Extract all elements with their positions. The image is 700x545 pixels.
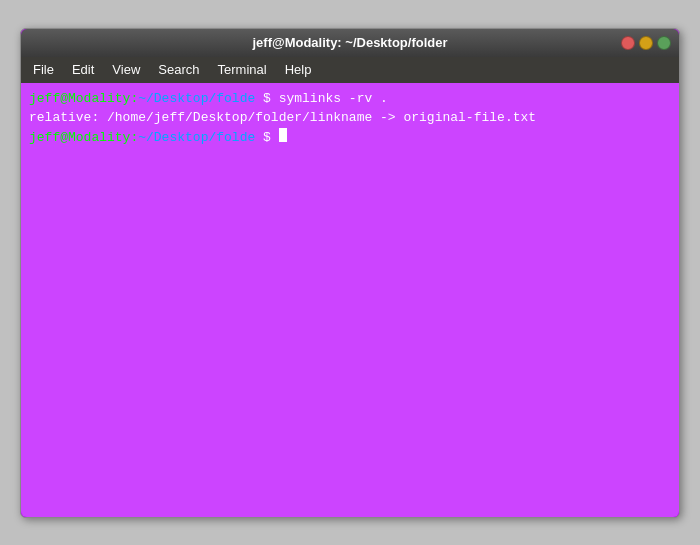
prompt-dollar-1: $ (255, 89, 271, 109)
prompt-dollar-3: $ (255, 128, 271, 148)
terminal-body[interactable]: jeff@Modality:~/Desktop/folde $ symlinks… (21, 83, 679, 517)
close-button[interactable] (621, 36, 635, 50)
output-1: relative: /home/jeff/Desktop/folder/link… (29, 108, 536, 128)
menu-terminal[interactable]: Terminal (210, 60, 275, 79)
menu-file[interactable]: File (25, 60, 62, 79)
menu-edit[interactable]: Edit (64, 60, 102, 79)
terminal-line-2: relative: /home/jeff/Desktop/folder/link… (29, 108, 671, 128)
menu-bar: File Edit View Search Terminal Help (21, 57, 679, 83)
prompt-path-3: ~/Desktop/folde (138, 128, 255, 148)
window-controls (621, 36, 671, 50)
maximize-button[interactable] (657, 36, 671, 50)
terminal-window: jeff@Modality: ~/Desktop/folder File Edi… (20, 28, 680, 518)
command-1: symlinks -rv . (271, 89, 388, 109)
menu-search[interactable]: Search (150, 60, 207, 79)
prompt-user-1: jeff@Modality: (29, 89, 138, 109)
prompt-path-1: ~/Desktop/folde (138, 89, 255, 109)
title-bar: jeff@Modality: ~/Desktop/folder (21, 29, 679, 57)
terminal-line-1: jeff@Modality:~/Desktop/folde $ symlinks… (29, 89, 671, 109)
menu-help[interactable]: Help (277, 60, 320, 79)
prompt-user-3: jeff@Modality: (29, 128, 138, 148)
window-title: jeff@Modality: ~/Desktop/folder (252, 35, 447, 50)
terminal-line-3: jeff@Modality:~/Desktop/folde $ (29, 128, 671, 148)
cursor (279, 128, 287, 142)
minimize-button[interactable] (639, 36, 653, 50)
command-3 (271, 128, 279, 148)
menu-view[interactable]: View (104, 60, 148, 79)
